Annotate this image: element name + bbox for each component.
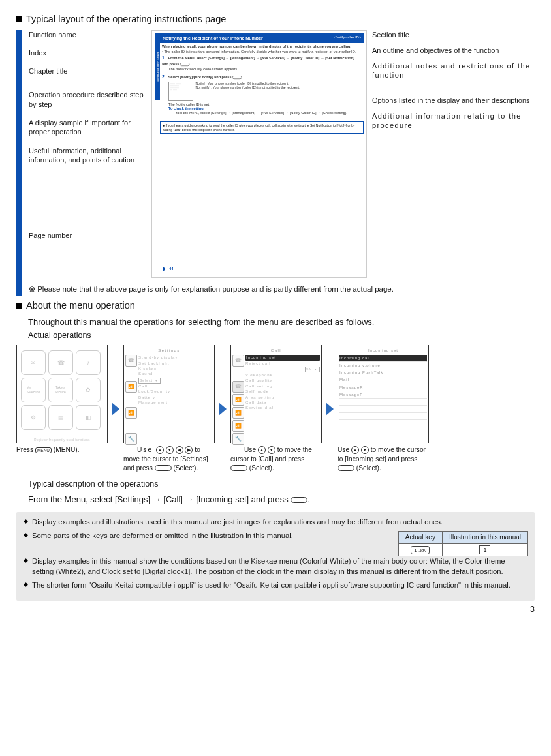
notes-box: Display examples and illustrations used … <box>16 512 535 601</box>
label-additional-notes: Additional notes and restrictions of the… <box>372 61 535 80</box>
caption-2: Use ▲ ▼ ◀ ▶ to move the cursor to [Setti… <box>123 446 215 472</box>
caption-1: Press MENU (MENU). <box>16 446 108 455</box>
note-2: Actual keyIllustration in this manual 1 … <box>23 531 528 541</box>
mini-step-1: 1 From the Menu, select [Settings] → [Ma… <box>162 55 362 71</box>
caption-4: Use ▲ ▼ to move the cursor to [Incoming … <box>338 446 429 472</box>
left-label-column: Function name Index Chapter title Operat… <box>29 30 146 278</box>
mini-opt-notify: [Notify] : Your phone number (caller ID)… <box>195 82 300 85</box>
mini-opt-notnotify: [Not notify] : Your phone number (caller… <box>195 85 300 89</box>
center-key-icon <box>338 465 354 471</box>
screen-group-2: Settings ☎ 📶 📶 🔧 Stand-by display Set ba… <box>123 345 215 472</box>
down-key-icon: ▼ <box>166 446 174 454</box>
actual-operations-label: Actual operations <box>28 330 535 341</box>
mini-bullet: • The caller ID is important personal in… <box>162 50 362 54</box>
th-illus: Illustration in this manual <box>442 531 527 543</box>
right-key-icon: ▶ <box>185 446 193 454</box>
screen-incoming-set: Incoming set Incoming call Incoming v.ph… <box>338 345 429 443</box>
up-key-icon: ▲ <box>258 446 266 454</box>
menu-icon: ♪ <box>76 350 101 375</box>
menu-icon: ☎ <box>48 350 73 375</box>
label-chapter-title: Chapter title <box>29 67 146 76</box>
screen-group-3: Call ☎ ☎ 📶📶 📶🔧 Incoming set Reject call … <box>230 345 322 472</box>
up-key-icon: ▲ <box>156 446 164 454</box>
menu-icon: ✿ <box>76 378 101 402</box>
arrow-icon <box>112 402 119 416</box>
menu-icon: ⚙ <box>21 405 46 430</box>
mini-note: ● If you hear a guidance asking to send … <box>160 121 364 134</box>
th-actual: Actual key <box>398 531 442 543</box>
note-4: The shorter form "Osaifu-Keitai-compatib… <box>23 581 528 591</box>
key-table: Actual keyIllustration in this manual 1 … <box>398 531 528 557</box>
label-operation-procedure: Operation proce­dure described step by s… <box>29 90 146 109</box>
note-3: Display examples in this manual show the… <box>23 556 528 577</box>
arrow-icon <box>219 402 227 416</box>
menu-icon: ✉ <box>21 350 46 375</box>
menu-icon: Take aPicture <box>48 378 73 402</box>
label-outline: An outline and objectives of the functio… <box>372 46 535 55</box>
menu-icon: ◧ <box>76 405 101 430</box>
label-useful-info: Useful information, additional informa­t… <box>29 146 146 165</box>
page-number: 3 <box>16 603 535 615</box>
actual-key-sample: 1 .@/ <box>411 546 430 554</box>
right-label-column: Section title An outline and objectives … <box>372 30 535 278</box>
mini-page-number: 44 <box>161 265 174 273</box>
menu-icon: MySelection <box>21 378 46 402</box>
label-additional-info: Additional information relating to the p… <box>372 112 535 130</box>
note-1: Display examples and illustrations used … <box>23 517 528 528</box>
screen-group-4: Incoming set Incoming call Incoming v.ph… <box>338 345 429 472</box>
label-index: Index <box>29 48 146 57</box>
heading-about-menu: About the menu operation <box>16 299 535 312</box>
center-key-icon <box>230 465 247 471</box>
mini-check-heading: To check the setting <box>168 106 204 110</box>
center-key-icon <box>291 497 307 503</box>
menu-icon: ▤ <box>48 405 73 430</box>
down-key-icon: ▼ <box>361 446 369 454</box>
about-intro: Throughout this manual the operations fo… <box>28 316 535 328</box>
mini-step-2: 2 Select [Notify]/[Not notify] and press… <box>162 74 362 115</box>
menu-key-icon: MENU <box>35 447 52 453</box>
leader-bars <box>16 30 23 300</box>
label-display-sample: A display sample if important for proper… <box>29 118 146 137</box>
center-key-icon <box>155 465 172 471</box>
caption-3: Use ▲ ▼ to move the cursor to [Call] and… <box>230 446 322 472</box>
arrow-icon <box>326 402 334 416</box>
label-page-number: Page number <box>29 231 146 240</box>
heading-typical-layout: Typical layout of the operating instruct… <box>16 13 535 26</box>
typical-desc-label: Typical description of the operations <box>28 479 535 490</box>
mini-section-title: Notifying the Recipient of Your Phone Nu… <box>160 33 364 43</box>
screen-menu: ✉ ☎ ♪ MySelection Take aPicture ✿ ⚙ ▤ ◧ … <box>16 345 108 443</box>
label-section-title: Section title <box>372 30 535 39</box>
sample-page-box: Before Using the Handset Notifying the R… <box>151 30 367 278</box>
down-key-icon: ▼ <box>268 446 276 454</box>
mini-lead: When placing a call, your phone number c… <box>162 44 362 49</box>
screen-settings: Settings ☎ 📶 📶 🔧 Stand-by display Set ba… <box>123 345 215 443</box>
typical-line: From the Menu, select [Settings] → [Call… <box>28 494 535 506</box>
left-key-icon: ◀ <box>176 446 183 454</box>
screen-group-1: ✉ ☎ ♪ MySelection Take aPicture ✿ ⚙ ▤ ◧ … <box>16 345 108 455</box>
label-function-name: Function name <box>29 30 146 39</box>
mini-screen-sample: ▯▯▯▯ ▯▯▯▯▯▯▯▯▯▯▯▯▯▯▯▯▯▯▯▯ ▯▯▯ <box>168 82 193 101</box>
up-key-icon: ▲ <box>351 446 359 454</box>
label-options: Options listed in the display and their … <box>372 96 535 105</box>
illus-key-sample: 1 <box>479 545 490 555</box>
section1-footer-note: ※ Please note that the above page is onl… <box>29 284 535 295</box>
screen-call: Call ☎ ☎ 📶📶 📶🔧 Incoming set Reject call … <box>230 345 322 443</box>
mini-chapter-tab: Before Using the Handset <box>155 33 160 100</box>
